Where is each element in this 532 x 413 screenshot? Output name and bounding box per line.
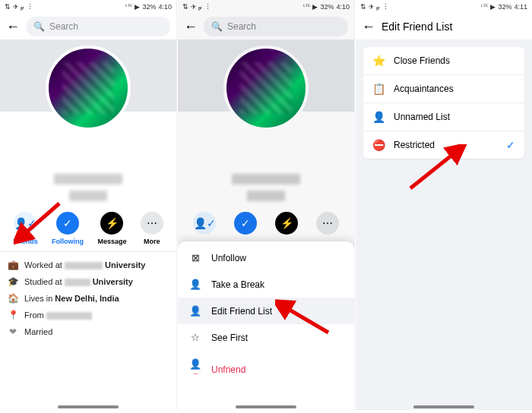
briefcase-icon: 💼: [8, 260, 18, 270]
home-icon: 🏠: [8, 293, 18, 304]
screen-edit-friend-list: ⇅ ✈ ℊ ⋮ ᴸᵀᴱ ▶ 32% 4:11 ← Edit Friend Lis…: [356, 0, 532, 410]
search-input[interactable]: 🔍 Search: [26, 17, 170, 36]
graduation-icon: 🎓: [8, 276, 18, 287]
see-first-icon: ☆: [188, 332, 202, 343]
search-icon: 🔍: [33, 21, 45, 32]
person-icon: 👤: [372, 111, 386, 123]
about-lives[interactable]: 🏠 Lives in New Delhi, India: [8, 290, 169, 307]
header: ← 🔍 Search: [0, 14, 176, 39]
profile-avatar: [223, 46, 309, 131]
sheet-unfriend[interactable]: 👤⁻ Unfriend: [178, 351, 354, 389]
arrow-annotation-2: [275, 296, 336, 342]
clock-text: 4:10: [158, 3, 172, 11]
status-bar: ⇅ ✈ ℊ ⋮ ᴸᵀᴱ ▶ 32% 4:10: [0, 0, 176, 14]
back-button[interactable]: ←: [6, 19, 20, 35]
avatar-wrap: [46, 46, 131, 131]
unfollow-icon: ⊠: [188, 252, 202, 263]
message-button[interactable]: ⚡: [275, 212, 298, 235]
nav-bar: [236, 405, 296, 408]
list-icon: 📋: [372, 83, 386, 95]
check-icon: ✓: [506, 139, 515, 151]
header: ← Edit Friend List: [356, 14, 532, 39]
svg-line-0: [23, 203, 59, 235]
search-input[interactable]: 🔍 Search: [204, 17, 348, 36]
restricted-icon: ⛔: [372, 139, 386, 151]
nav-bar: [413, 405, 474, 408]
friend-lists: ⭐ Close Friends 📋 Acquaintances 👤 Unname…: [363, 47, 524, 159]
about-studied[interactable]: 🎓 Studied at University: [8, 273, 169, 290]
heart-icon: ❤: [8, 326, 18, 337]
about-from[interactable]: 📍 From: [8, 307, 169, 323]
list-unnamed[interactable]: 👤 Unnamed List: [363, 103, 524, 131]
take-break-icon: 👤: [188, 279, 202, 290]
signal-icon: ᴸᵀᴱ ▶: [125, 3, 141, 11]
unfriend-icon: 👤⁻: [188, 358, 202, 381]
back-button[interactable]: ←: [362, 19, 375, 35]
search-placeholder: Search: [49, 21, 78, 32]
following-button[interactable]: ✓: [234, 212, 257, 235]
more-icon: ⋯: [141, 212, 163, 235]
search-icon: 🔍: [211, 21, 223, 32]
back-button[interactable]: ←: [184, 19, 198, 35]
location-icon: 📍: [8, 310, 18, 320]
arrow-annotation-3: [401, 144, 470, 197]
status-bar: ⇅ ✈ ℊ ⋮ ᴸᵀᴱ ▶ 32% 4:10: [178, 0, 354, 14]
header: ← 🔍 Search: [178, 14, 354, 39]
status-icons-left: ⇅ ✈ ℊ ⋮: [5, 3, 33, 11]
friends-button[interactable]: 👤✓: [193, 212, 216, 235]
profile-avatar[interactable]: [46, 46, 131, 131]
screen-action-sheet: ⇅ ✈ ℊ ⋮ ᴸᵀᴱ ▶ 32% 4:10 ← 🔍 Search 👤✓ ✓ ⚡…: [178, 0, 355, 410]
about-worked[interactable]: 💼 Worked at University: [8, 257, 169, 273]
screen-profile: ⇅ ✈ ℊ ⋮ ᴸᵀᴱ ▶ 32% 4:10 ← 🔍 Search 👤✓: [0, 0, 177, 410]
messenger-icon: ⚡: [100, 212, 123, 235]
edit-list-icon: 👤: [188, 305, 202, 317]
about-married[interactable]: ❤ Married: [8, 323, 169, 340]
about-section: 💼 Worked at University 🎓 Studied at Univ…: [0, 252, 176, 345]
list-acquaintances[interactable]: 📋 Acquaintances: [363, 75, 524, 103]
star-icon: ⭐: [372, 55, 386, 67]
arrow-annotation-1: [14, 196, 67, 249]
page-title: Edit Friend List: [382, 20, 452, 33]
sheet-take-break[interactable]: 👤 Take a Break: [178, 271, 354, 298]
list-close-friends[interactable]: ⭐ Close Friends: [363, 47, 524, 75]
svg-line-1: [284, 307, 328, 333]
battery-text: 32%: [142, 3, 156, 11]
more-button[interactable]: ⋯ More: [141, 212, 163, 245]
message-button[interactable]: ⚡ Message: [97, 212, 126, 245]
more-button[interactable]: ⋯: [316, 212, 339, 235]
nav-bar: [58, 405, 119, 408]
sheet-unfollow[interactable]: ⊠ Unfollow: [178, 244, 354, 271]
status-bar: ⇅ ✈ ℊ ⋮ ᴸᵀᴱ ▶ 32% 4:11: [356, 0, 532, 14]
svg-line-2: [410, 152, 456, 188]
